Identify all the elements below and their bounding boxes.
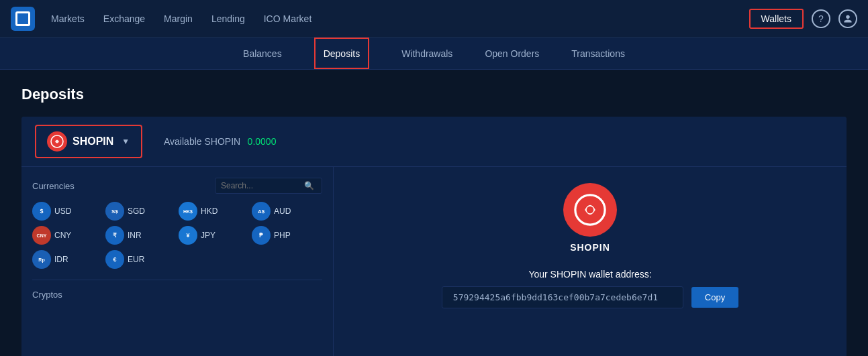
wallets-button[interactable]: Wallets xyxy=(749,9,804,29)
sgd-label: SGD xyxy=(128,206,145,216)
right-panel: SHOPIN Your SHOPIN wallet address: 57929… xyxy=(334,167,847,356)
wallet-address-box: 579294425a6fbb9dd163cef00b7a7cedeb6e7d1 xyxy=(442,286,683,308)
copy-button[interactable]: Copy xyxy=(691,287,738,308)
inr-badge: ₹ xyxy=(105,226,124,245)
cryptos-title: Cryptos xyxy=(32,290,62,300)
logo[interactable] xyxy=(11,7,35,31)
currency-item-sgd[interactable]: S$ SGD xyxy=(105,202,176,221)
php-badge: ₱ xyxy=(252,226,271,245)
selected-currency-name: SHOPIN xyxy=(73,135,113,147)
currency-item-hkd[interactable]: HK$ HKD xyxy=(179,202,249,221)
help-icon[interactable]: ? xyxy=(812,9,830,28)
jpy-label: JPY xyxy=(201,231,215,240)
currency-item-jpy[interactable]: ¥ JPY xyxy=(179,226,249,245)
sub-nav-transactions[interactable]: Transactions xyxy=(571,38,625,69)
sub-nav: Balances Deposits Withdrawals Open Order… xyxy=(0,38,868,70)
hkd-label: HKD xyxy=(201,206,218,216)
available-label: Available SHOPIN xyxy=(164,136,240,147)
inr-label: INR xyxy=(128,231,142,240)
idr-label: IDR xyxy=(54,255,68,264)
cny-label: CNY xyxy=(54,231,71,240)
sgd-badge: S$ xyxy=(105,202,124,221)
nav-links: Markets Exchange Margin Lending ICO Mark… xyxy=(51,13,749,24)
nav-margin[interactable]: Margin xyxy=(164,13,193,24)
crypto-name-large: SHOPIN xyxy=(570,242,610,253)
eur-label: EUR xyxy=(128,255,144,264)
sub-nav-deposits[interactable]: Deposits xyxy=(314,38,369,69)
selector-row: SHOPIN ▼ Available SHOPIN 0.0000 xyxy=(21,117,847,167)
shopin-badge-icon xyxy=(47,131,67,152)
currency-item-usd[interactable]: $ USD xyxy=(32,202,103,221)
currency-item-idr[interactable]: Rp IDR xyxy=(32,250,103,269)
currency-search-box[interactable]: 🔍 xyxy=(215,178,322,194)
currency-selector[interactable]: SHOPIN ▼ xyxy=(35,125,142,158)
usd-label: USD xyxy=(54,206,71,216)
cryptos-section: Cryptos xyxy=(32,288,322,300)
nav-ico-market[interactable]: ICO Market xyxy=(264,13,312,24)
currency-item-php[interactable]: ₱ PHP xyxy=(252,226,322,245)
divider xyxy=(32,280,322,280)
aud-label: AUD xyxy=(274,206,291,216)
chevron-down-icon: ▼ xyxy=(122,137,130,146)
currency-search-input[interactable] xyxy=(221,181,301,190)
cny-badge: CNY xyxy=(32,226,51,245)
nav-right: Wallets ? xyxy=(749,9,857,29)
body-area: Currencies 🔍 $ USD S$ SGD xyxy=(21,167,847,356)
currency-item-inr[interactable]: ₹ INR xyxy=(105,226,176,245)
idr-badge: Rp xyxy=(32,250,51,269)
main-content: Deposits SHOPIN ▼ Available SHOPIN 0.000… xyxy=(0,70,868,356)
available-info: Available SHOPIN 0.0000 xyxy=(164,135,276,147)
currency-item-cny[interactable]: CNY CNY xyxy=(32,226,103,245)
user-icon[interactable] xyxy=(838,9,857,28)
top-nav: Markets Exchange Margin Lending ICO Mark… xyxy=(0,0,868,38)
wallet-address-row: 579294425a6fbb9dd163cef00b7a7cedeb6e7d1 … xyxy=(360,286,820,308)
nav-markets[interactable]: Markets xyxy=(51,13,85,24)
large-shopin-icon xyxy=(563,183,617,237)
eur-badge: € xyxy=(105,250,124,269)
search-icon: 🔍 xyxy=(304,181,314,190)
currency-item-aud[interactable]: A$ AUD xyxy=(252,202,322,221)
available-amount: 0.0000 xyxy=(248,136,277,147)
currencies-header: Currencies 🔍 xyxy=(32,178,322,194)
hkd-badge: HK$ xyxy=(179,202,197,221)
currencies-title: Currencies xyxy=(32,181,75,191)
deposits-card: SHOPIN ▼ Available SHOPIN 0.0000 Currenc… xyxy=(21,117,847,356)
usd-badge: $ xyxy=(32,202,51,221)
fiat-currency-grid: $ USD S$ SGD HK$ HKD A$ xyxy=(32,202,322,269)
nav-exchange[interactable]: Exchange xyxy=(103,13,145,24)
aud-badge: A$ xyxy=(252,202,271,221)
left-panel: Currencies 🔍 $ USD S$ SGD xyxy=(21,167,334,356)
sub-nav-balances[interactable]: Balances xyxy=(243,38,282,69)
wallet-address-label: Your SHOPIN wallet address: xyxy=(528,269,651,280)
php-label: PHP xyxy=(274,231,291,240)
nav-lending[interactable]: Lending xyxy=(211,13,245,24)
sub-nav-withdrawals[interactable]: Withdrawals xyxy=(401,38,452,69)
svg-point-2 xyxy=(587,206,593,213)
jpy-badge: ¥ xyxy=(179,226,197,245)
sub-nav-open-orders[interactable]: Open Orders xyxy=(485,38,539,69)
currency-item-eur[interactable]: € EUR xyxy=(105,250,176,269)
crypto-logo-area: SHOPIN xyxy=(563,183,617,253)
page-title: Deposits xyxy=(21,86,847,103)
